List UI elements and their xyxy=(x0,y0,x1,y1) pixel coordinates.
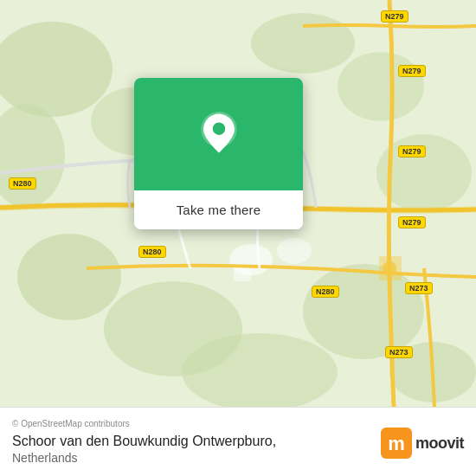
moovit-label: moovit xyxy=(415,434,464,453)
svg-point-9 xyxy=(303,264,424,359)
moovit-logo: m moovit xyxy=(381,428,464,459)
svg-point-3 xyxy=(17,234,121,320)
road-label-n280-mid: N280 xyxy=(138,246,166,258)
svg-rect-14 xyxy=(234,268,251,281)
road-label-n279-1: N279 xyxy=(398,65,426,77)
bottom-info-bar: © OpenStreetMap contributors Schoor van … xyxy=(0,407,476,476)
svg-point-13 xyxy=(277,238,312,264)
road-label-n280-right: N280 xyxy=(312,286,339,298)
svg-rect-17 xyxy=(379,256,402,280)
moovit-icon: m xyxy=(381,428,412,459)
svg-point-7 xyxy=(338,52,424,121)
road-label-n279-top: N279 xyxy=(381,10,408,23)
svg-point-20 xyxy=(212,123,224,135)
svg-text:m: m xyxy=(388,433,405,454)
map-view[interactable]: N279 N279 N279 N279 N280 N280 N280 N273 … xyxy=(0,0,476,407)
road-label-n279-3: N279 xyxy=(398,216,426,228)
location-popup: Take me there xyxy=(134,78,303,229)
location-pin-icon xyxy=(196,111,242,158)
popup-header xyxy=(134,78,303,190)
take-me-there-button[interactable]: Take me there xyxy=(134,190,303,229)
road-label-n273-top: N273 xyxy=(405,282,433,294)
svg-point-6 xyxy=(251,13,355,74)
road-label-n280-left: N280 xyxy=(9,177,36,190)
road-label-n273-bot: N273 xyxy=(385,346,413,358)
road-label-n279-2: N279 xyxy=(398,145,426,158)
